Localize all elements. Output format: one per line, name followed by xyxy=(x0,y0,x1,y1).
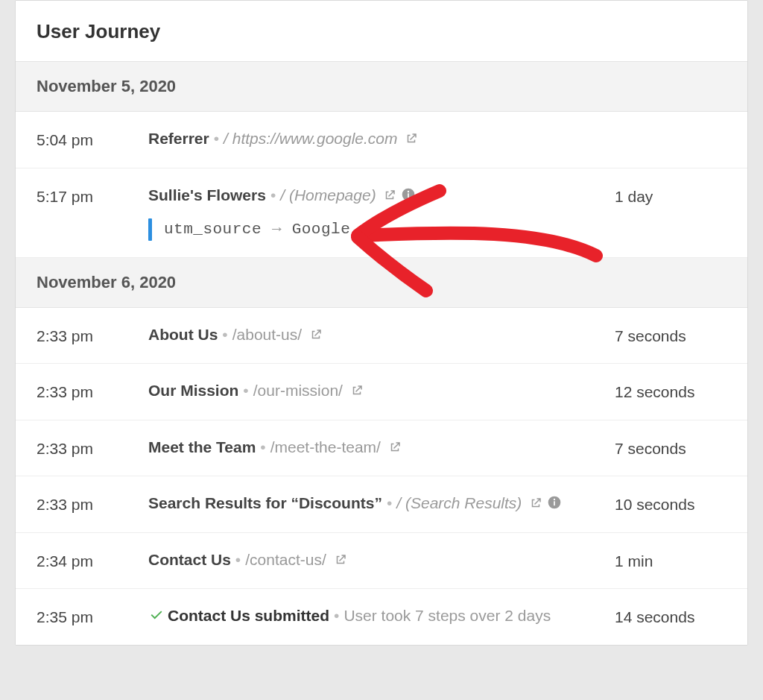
journey-row: 2:33 pmOur Mission•/our-mission/ 12 seco… xyxy=(16,364,747,420)
arrow-right-icon: → xyxy=(262,218,292,242)
row-title: Our Mission xyxy=(148,382,238,399)
journey-row: 2:34 pmContact Us•/contact-us/ 1 min xyxy=(16,533,747,590)
info-icon[interactable] xyxy=(401,187,416,202)
row-title: About Us xyxy=(148,326,218,343)
row-time: 5:04 pm xyxy=(37,127,148,153)
row-main: Contact Us submitted•User took 7 steps o… xyxy=(148,604,615,628)
separator-dot: • xyxy=(231,551,245,568)
separator-dot: • xyxy=(329,607,343,624)
journey-row: 2:33 pmSearch Results for “Discounts”•/ … xyxy=(16,476,747,533)
row-path: /our-mission/ xyxy=(253,382,343,399)
row-main: Referrer•/ https://www.google.com xyxy=(148,127,615,151)
row-time: 2:33 pm xyxy=(37,323,148,349)
row-duration: 14 seconds xyxy=(615,604,726,630)
row-main: Meet the Team•/meet-the-team/ xyxy=(148,435,615,460)
separator-dot: • xyxy=(218,326,232,343)
row-time: 2:33 pm xyxy=(37,379,148,405)
row-path: / (Homepage) xyxy=(280,186,376,204)
journey-row: 2:35 pmContact Us submitted•User took 7 … xyxy=(16,589,747,645)
separator-dot: • xyxy=(209,130,224,147)
journey-row: 5:17 pmSullie's Flowers•/ (Homepage) utm… xyxy=(16,168,747,258)
row-time: 5:17 pm xyxy=(37,183,148,209)
user-journey-panel: User Journey November 5, 20205:04 pmRefe… xyxy=(15,0,748,646)
utm-block: utm_source→Google xyxy=(148,218,600,242)
row-time: 2:34 pm xyxy=(37,548,148,574)
info-icon[interactable] xyxy=(547,495,562,510)
row-path: /about-us/ xyxy=(232,326,302,343)
row-title: Referrer xyxy=(148,130,209,147)
external-link-icon[interactable] xyxy=(388,441,402,454)
row-title: Meet the Team xyxy=(148,438,256,455)
row-duration: 1 day xyxy=(615,183,726,209)
date-header: November 5, 2020 xyxy=(16,62,747,112)
row-time: 2:33 pm xyxy=(37,435,148,461)
journey-row: 5:04 pmReferrer•/ https://www.google.com xyxy=(16,112,747,168)
row-path: /meet-the-team/ xyxy=(270,438,381,455)
date-header: November 6, 2020 xyxy=(16,258,747,308)
journey-row: 2:33 pmMeet the Team•/meet-the-team/ 7 s… xyxy=(16,420,747,477)
row-duration: 1 min xyxy=(615,548,726,574)
row-title: Search Results for “Discounts” xyxy=(148,494,382,511)
external-link-icon[interactable] xyxy=(309,328,323,341)
row-main: Contact Us•/contact-us/ xyxy=(148,548,615,573)
row-main: About Us•/about-us/ xyxy=(148,323,615,347)
external-link-icon[interactable] xyxy=(334,553,347,567)
row-main: Our Mission•/our-mission/ xyxy=(148,379,615,403)
row-title: Sullie's Flowers xyxy=(148,186,266,204)
row-duration: 12 seconds xyxy=(615,379,726,405)
row-path: User took 7 steps over 2 days xyxy=(343,607,551,624)
separator-dot: • xyxy=(266,186,280,204)
external-link-icon[interactable] xyxy=(529,496,542,510)
external-link-icon[interactable] xyxy=(383,189,396,202)
external-link-icon[interactable] xyxy=(405,132,418,145)
row-path: /contact-us/ xyxy=(245,551,326,568)
row-path: / (Search Results) xyxy=(396,494,522,511)
journey-row: 2:33 pmAbout Us•/about-us/ 7 seconds xyxy=(16,308,747,365)
row-main: Search Results for “Discounts”•/ (Search… xyxy=(148,491,615,516)
separator-dot: • xyxy=(238,382,253,399)
external-link-icon[interactable] xyxy=(350,384,364,397)
separator-dot: • xyxy=(382,494,396,511)
row-title: Contact Us submitted xyxy=(168,607,329,624)
row-duration: 7 seconds xyxy=(615,435,726,461)
row-duration: 7 seconds xyxy=(615,323,726,349)
row-time: 2:33 pm xyxy=(37,491,148,517)
utm-key: utm_source xyxy=(164,218,262,242)
row-time: 2:35 pm xyxy=(37,604,148,630)
row-duration: 10 seconds xyxy=(615,491,726,517)
utm-indicator-bar xyxy=(148,218,152,241)
panel-title: User Journey xyxy=(16,1,747,62)
utm-value: Google xyxy=(292,218,351,242)
row-main: Sullie's Flowers•/ (Homepage) utm_source… xyxy=(148,183,615,242)
row-path: / https://www.google.com xyxy=(224,130,397,147)
separator-dot: • xyxy=(256,438,270,455)
row-title: Contact Us xyxy=(148,551,231,568)
row-duration xyxy=(615,127,726,128)
check-icon xyxy=(148,606,168,622)
